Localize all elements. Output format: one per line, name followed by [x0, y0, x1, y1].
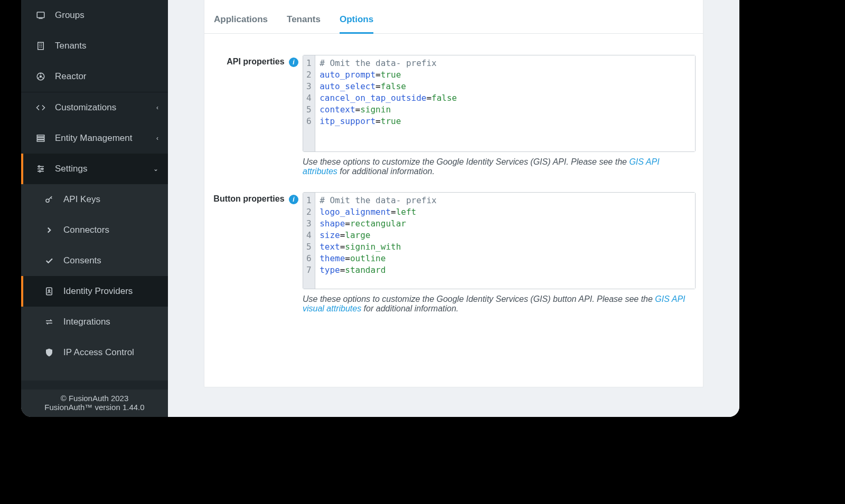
- label-api-properties: API properties i: [212, 55, 303, 67]
- sidebar-label: Customizations: [55, 102, 116, 113]
- sidebar-label: Entity Management: [55, 133, 132, 144]
- building-icon: [36, 41, 55, 51]
- sidebar-item-integrations[interactable]: Integrations: [21, 307, 168, 337]
- sidebar-label: Identity Providers: [63, 286, 133, 297]
- svg-point-8: [42, 168, 43, 170]
- sidebar-label: IP Access Control: [63, 347, 134, 358]
- sidebar-label: Connectors: [63, 225, 109, 235]
- chevron-left-icon: ‹: [156, 135, 158, 142]
- sidebar-item-entity-management[interactable]: Entity Management ‹: [21, 123, 168, 154]
- tab-bar: Applications Tenants Options: [204, 0, 703, 34]
- svg-point-3: [40, 76, 42, 78]
- sidebar-item-reactor[interactable]: Reactor: [21, 61, 168, 92]
- check-icon: [44, 256, 63, 265]
- chevron-down-icon: ⌄: [153, 165, 158, 173]
- svg-point-10: [46, 199, 49, 202]
- help-button-properties: Use these options to customize the Googl…: [303, 294, 696, 313]
- sidebar-item-truncated[interactable]: [21, 368, 168, 381]
- stack-icon: [36, 134, 55, 143]
- sidebar-item-connectors[interactable]: Connectors: [21, 215, 168, 245]
- sidebar-item-api-keys[interactable]: API Keys: [21, 184, 168, 215]
- gutter: 123456: [303, 55, 315, 151]
- code-content[interactable]: # Omit the data- prefix logo_alignment=l…: [315, 193, 695, 289]
- sidebar-item-ip-access-control[interactable]: IP Access Control: [21, 337, 168, 368]
- sidebar-item-consents[interactable]: Consents: [21, 245, 168, 276]
- main-content: Applications Tenants Options API propert…: [168, 0, 739, 417]
- code-editor-button[interactable]: 1234567 # Omit the data- prefix logo_ali…: [303, 192, 696, 289]
- sidebar-label: Reactor: [55, 71, 87, 82]
- field-button-properties: Button properties i 1234567 # Omit the d…: [212, 192, 696, 313]
- svg-rect-4: [37, 135, 44, 137]
- sidebar-label: API Keys: [63, 194, 100, 205]
- code-content[interactable]: # Omit the data- prefix auto_prompt=true…: [315, 55, 695, 151]
- options-form: API properties i 123456 # Omit the data-…: [204, 34, 703, 313]
- info-icon[interactable]: i: [289, 195, 298, 204]
- svg-point-9: [39, 170, 41, 172]
- svg-rect-0: [37, 12, 44, 18]
- sidebar-item-customizations[interactable]: Customizations ‹: [21, 92, 168, 123]
- sidebar-label: Groups: [55, 10, 84, 21]
- svg-rect-6: [37, 140, 44, 141]
- id-card-icon: [44, 287, 63, 296]
- chevron-left-icon: ‹: [156, 104, 158, 111]
- sidebar-nav: Groups Tenants Reactor Customization: [21, 0, 168, 389]
- settings-submenu: API Keys Connectors Consents: [21, 184, 168, 381]
- field-api-properties: API properties i 123456 # Omit the data-…: [212, 55, 696, 176]
- help-api-properties: Use these options to customize the Googl…: [303, 157, 696, 176]
- code-icon: [36, 103, 55, 112]
- svg-point-7: [39, 166, 40, 167]
- version-text: FusionAuth™ version 1.44.0: [24, 403, 165, 412]
- tab-applications[interactable]: Applications: [214, 14, 268, 34]
- sliders-icon: [36, 164, 55, 174]
- chevron-right-icon: [44, 225, 63, 235]
- gutter: 1234567: [303, 193, 315, 289]
- code-editor-api[interactable]: 123456 # Omit the data- prefix auto_prom…: [303, 55, 696, 152]
- tab-tenants[interactable]: Tenants: [287, 14, 321, 34]
- reactor-icon: [36, 72, 55, 81]
- info-icon[interactable]: i: [289, 58, 298, 67]
- content-panel: Applications Tenants Options API propert…: [204, 0, 703, 387]
- svg-rect-5: [37, 138, 44, 139]
- svg-rect-1: [38, 42, 44, 50]
- sidebar-label: Settings: [55, 164, 87, 174]
- sidebar-item-groups[interactable]: Groups: [21, 0, 168, 31]
- app-window: Groups Tenants Reactor Customization: [21, 0, 739, 417]
- group-icon: [36, 11, 55, 20]
- sidebar-item-identity-providers[interactable]: Identity Providers: [21, 276, 168, 307]
- sidebar-label: Consents: [63, 255, 101, 266]
- shield-icon: [44, 348, 63, 357]
- sidebar-item-tenants[interactable]: Tenants: [21, 31, 168, 61]
- sidebar-footer: © FusionAuth 2023 FusionAuth™ version 1.…: [21, 389, 168, 417]
- copyright-text: © FusionAuth 2023: [24, 394, 165, 403]
- tab-options[interactable]: Options: [340, 14, 373, 34]
- sidebar: Groups Tenants Reactor Customization: [21, 0, 168, 417]
- svg-point-12: [49, 290, 50, 291]
- sidebar-label: Integrations: [63, 317, 110, 327]
- label-button-properties: Button properties i: [212, 192, 303, 204]
- exchange-icon: [44, 317, 63, 327]
- key-icon: [44, 195, 63, 204]
- sidebar-label: Tenants: [55, 41, 87, 51]
- sidebar-item-settings[interactable]: Settings ⌄: [21, 154, 168, 184]
